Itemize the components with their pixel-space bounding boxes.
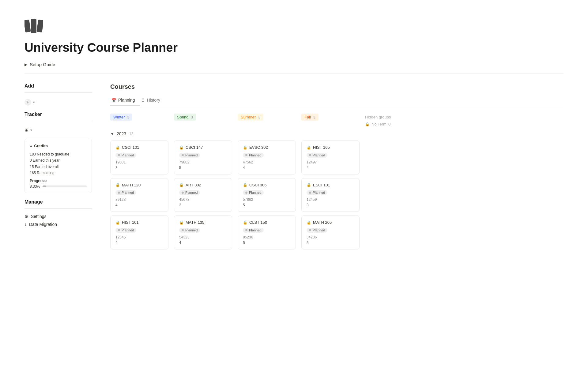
lock-icon: 🔒 [179,220,184,225]
lock-icon: 🔒 [115,183,120,187]
spring-count: 3 [191,115,193,119]
status-dot [309,192,311,194]
fall-label: Fall [304,115,311,119]
card-math120[interactable]: 🔒 MATH 120 Planned 89123 4 [110,178,168,212]
add-section-title: Add [24,83,92,89]
card-art302-header: 🔒 ART 302 [179,183,227,187]
year-toggle-icon[interactable]: ▼ [110,132,114,136]
card-hist101-header: 🔒 HIST 101 [115,220,163,225]
card-math205-status: Planned [307,228,327,233]
card-art302-status: Planned [179,190,200,195]
hidden-groups-col: Hidden groups 🔒 No Term 0 [365,114,420,126]
card-csci147[interactable]: 🔒 CSCI 147 Planned 79802 5 [174,140,232,174]
credits-remaining: 165 Remaining [30,170,87,176]
settings-icon: ⚙ [24,214,28,219]
card-evsc302-number: 47562 [243,160,291,164]
data-migration-label: Data Migration [29,222,57,227]
setup-guide-toggle[interactable]: ▶ Setup Guide [24,62,564,67]
spring-card-col: 🔒 CSCI 147 Planned 79802 5 🔒 [174,140,232,249]
card-csci101[interactable]: 🔒 CSCI 101 Planned 19801 3 [110,140,168,174]
card-art302[interactable]: 🔒 ART 302 Planned 45678 2 [174,178,232,212]
card-csci306-title: CSCI 306 [249,183,266,187]
card-math205-title: MATH 205 [313,220,332,225]
card-csci147-credits: 5 [179,166,227,170]
card-csci101-title: CSCI 101 [122,145,139,150]
card-csci101-status: Planned [115,153,136,158]
tab-history[interactable]: 🗒 History [140,95,165,106]
main-divider [24,73,564,73]
card-evsc302[interactable]: 🔒 EVSC 302 Planned 47562 4 [238,140,296,174]
progress-label: Progress: [30,179,87,183]
app-logo [24,18,564,35]
status-dot [118,192,120,194]
fall-count: 3 [313,115,315,119]
history-tab-label: History [147,98,160,103]
card-hist165-title: HIST 165 [313,145,330,150]
card-csci147-header: 🔒 CSCI 147 [179,145,227,150]
card-math205-number: 34236 [307,235,354,239]
status-dot [245,192,247,194]
card-art302-title: ART 302 [186,183,201,187]
card-hist101[interactable]: 🔒 HIST 101 Planned 12345 4 [110,215,168,249]
lock-icon: 🔒 [243,220,247,225]
credits-header: ≡ Credits [30,143,87,148]
sidebar: Add + ▾ Tracker ⊞ ▾ ≡ Credits 180 Needed… [24,83,92,253]
status-dot [245,154,247,156]
card-csci101-credits: 3 [115,166,163,170]
cards-grid: 🔒 CSCI 101 Planned 19801 3 🔒 [110,140,564,249]
card-esci101-number: 12459 [307,197,354,202]
hidden-groups-label: Hidden groups [365,114,420,121]
card-csci306[interactable]: 🔒 CSCI 306 Planned 57862 5 [238,178,296,212]
card-esci101-header: 🔒 ESCI 101 [307,183,354,187]
summer-count: 3 [258,115,260,119]
year-label: 2023 [117,131,126,136]
summer-card-col: 🔒 EVSC 302 Planned 47562 4 🔒 [238,140,296,249]
lock-icon: 🔒 [307,183,311,187]
tracker-view-toggle[interactable]: ⊞ ▾ [24,126,92,134]
card-esci101-status: Planned [307,190,327,195]
card-esci101[interactable]: 🔒 ESCI 101 Planned 12459 3 [301,178,360,212]
summer-label: Summer [241,115,256,119]
card-math120-credits: 4 [115,203,163,207]
card-hist165[interactable]: 🔒 HIST 165 Planned 12497 4 [301,140,360,174]
card-hist165-status: Planned [307,153,327,158]
progress-bar-fill [43,185,46,187]
card-esci101-title: ESCI 101 [313,183,330,187]
card-csci306-number: 57862 [243,197,291,202]
card-math135[interactable]: 🔒 MATH 135 Planned 54323 4 [174,215,232,249]
card-hist165-number: 12497 [307,160,354,164]
data-migration-item[interactable]: ↕ Data Migration [24,220,92,228]
settings-item[interactable]: ⚙ Settings [24,212,92,220]
card-art302-number: 45678 [179,197,227,202]
courses-title: Courses [110,83,564,90]
credits-card: ≡ Credits 180 Needed to graduate 0 Earne… [24,139,92,193]
add-chevron-icon: ▾ [33,100,35,104]
page-title: University Course Planner [24,41,564,54]
credits-label: Credits [34,144,48,148]
winter-group-col: Winter 3 [110,114,168,126]
fall-card-col: 🔒 HIST 165 Planned 12497 4 🔒 [301,140,360,249]
courses-tabs: 📅 Planning 🗒 History [110,95,564,106]
credits-icon: ≡ [30,143,32,148]
add-divider [24,92,92,93]
planning-tab-icon: 📅 [111,98,116,103]
card-math205[interactable]: 🔒 MATH 205 Planned 34236 5 [301,215,360,249]
card-clst150[interactable]: 🔒 CLST 150 Planned 95236 5 [238,215,296,249]
card-math135-credits: 4 [179,241,227,245]
add-button[interactable]: + ▾ [24,98,92,107]
add-plus-icon: + [24,99,31,106]
setup-guide-arrow-icon: ▶ [24,62,27,67]
lock-icon: 🔒 [115,145,120,150]
credits-needed: 180 Needed to graduate [30,151,87,157]
card-csci101-header: 🔒 CSCI 101 [115,145,163,150]
card-csci147-status: Planned [179,153,200,158]
card-evsc302-title: EVSC 302 [249,145,268,150]
tab-planning[interactable]: 📅 Planning [110,95,140,106]
lock-icon: 🔒 [179,145,184,150]
card-csci147-title: CSCI 147 [186,145,203,150]
status-dot [118,154,120,156]
card-math205-credits: 5 [307,241,354,245]
card-clst150-header: 🔒 CLST 150 [243,220,291,225]
card-evsc302-header: 🔒 EVSC 302 [243,145,291,150]
card-hist101-number: 12345 [115,235,163,239]
